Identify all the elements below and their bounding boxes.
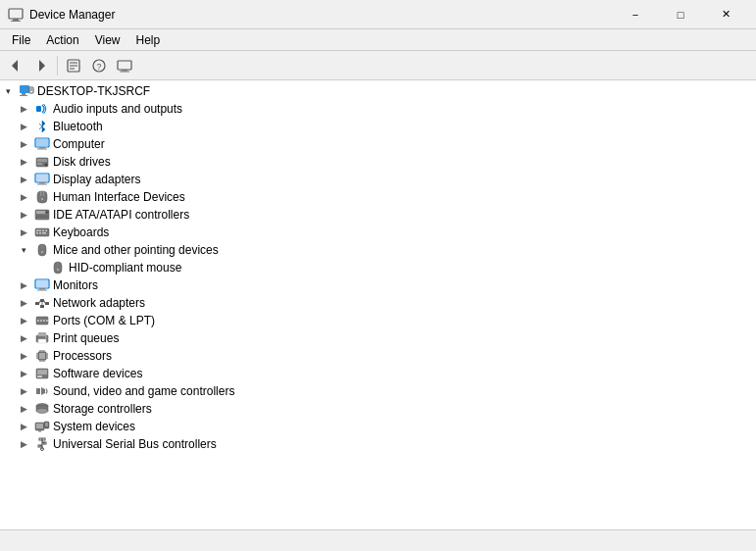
keyboard-label: Keyboards xyxy=(53,225,109,239)
svg-rect-93 xyxy=(37,370,47,375)
svg-rect-62 xyxy=(35,302,39,305)
device-tree[interactable]: ▾ DESKTOP-TKJSRCF ▶ xyxy=(0,80,756,529)
sound-expand[interactable]: ▶ xyxy=(16,383,31,399)
svg-rect-101 xyxy=(38,430,41,432)
tree-item-ports[interactable]: ▶ Ports (COM & LPT) xyxy=(0,312,756,329)
tree-item-display[interactable]: ▶ Display adapters xyxy=(0,171,756,188)
tree-item-software[interactable]: ▶ Software devices xyxy=(0,365,756,382)
tree-item-bluetooth[interactable]: ▶ Bluetooth xyxy=(0,118,756,135)
svg-rect-40 xyxy=(36,217,48,218)
tree-root[interactable]: ▾ DESKTOP-TKJSRCF xyxy=(0,82,756,100)
svg-text:?: ? xyxy=(96,62,101,72)
svg-rect-18 xyxy=(30,88,32,91)
svg-rect-65 xyxy=(40,305,44,308)
svg-rect-75 xyxy=(38,332,46,336)
svg-rect-39 xyxy=(36,216,48,217)
usb-expand[interactable]: ▶ xyxy=(16,436,31,452)
svg-rect-59 xyxy=(36,280,48,287)
help-button[interactable]: ? xyxy=(87,54,111,77)
tree-item-system[interactable]: ▶ System devices xyxy=(0,418,756,435)
tree-item-storage[interactable]: ▶ Storage controllers xyxy=(0,400,756,418)
menu-view[interactable]: View xyxy=(87,29,128,50)
svg-rect-64 xyxy=(45,302,49,305)
system-expand[interactable]: ▶ xyxy=(16,419,31,434)
audio-expand[interactable]: ▶ xyxy=(16,101,31,117)
svg-rect-23 xyxy=(37,149,47,150)
processors-expand[interactable]: ▶ xyxy=(16,348,31,364)
tree-item-print[interactable]: ▶ Print queues xyxy=(0,329,756,347)
monitors-icon xyxy=(34,277,50,293)
bluetooth-expand[interactable]: ▶ xyxy=(16,119,31,134)
root-label: DESKTOP-TKJSRCF xyxy=(37,84,150,98)
disk-expand[interactable]: ▶ xyxy=(16,154,31,170)
tree-item-sound[interactable]: ▶ Sound, video and game controllers xyxy=(0,382,756,400)
tree-item-ide[interactable]: ▶ IDE ATA/ATAPI controllers xyxy=(0,206,756,224)
computer-expand[interactable]: ▶ xyxy=(16,136,31,152)
ide-expand[interactable]: ▶ xyxy=(16,207,31,223)
processors-label: Processors xyxy=(53,349,112,363)
tree-item-audio[interactable]: ▶ Audio inputs and outputs xyxy=(0,100,756,118)
print-expand[interactable]: ▶ xyxy=(16,330,31,346)
ide-label: IDE ATA/ATAPI controllers xyxy=(53,208,189,222)
svg-rect-49 xyxy=(38,230,39,232)
tree-item-mice[interactable]: ▾ Mice and other pointing devices xyxy=(0,241,756,259)
network-expand[interactable]: ▶ xyxy=(16,295,31,311)
maximize-button[interactable]: □ xyxy=(658,0,703,29)
storage-icon xyxy=(34,401,50,417)
disk-label: Disk drives xyxy=(53,155,111,169)
computer-icon xyxy=(34,136,50,152)
tree-item-usb[interactable]: ▶ Universal Serial Bus controllers xyxy=(0,435,756,453)
properties-button[interactable] xyxy=(62,54,85,77)
svg-rect-30 xyxy=(39,182,45,184)
svg-point-38 xyxy=(46,211,49,214)
ports-expand[interactable]: ▶ xyxy=(16,313,31,328)
software-expand[interactable]: ▶ xyxy=(16,366,31,381)
display-label: Display adapters xyxy=(53,173,140,186)
system-label: System devices xyxy=(53,420,135,433)
menu-action[interactable]: Action xyxy=(38,29,86,50)
pc-icon xyxy=(19,83,34,99)
hid-expand[interactable]: ▶ xyxy=(16,189,31,205)
tree-item-monitors[interactable]: ▶ Monitors xyxy=(0,276,756,294)
display-expand[interactable]: ▶ xyxy=(16,172,31,187)
tree-item-computer[interactable]: ▶ Computer xyxy=(0,135,756,153)
audio-icon xyxy=(34,101,50,117)
close-button[interactable]: ✕ xyxy=(703,0,748,29)
mice-icon xyxy=(34,242,50,258)
window-controls: − □ ✕ xyxy=(613,0,748,29)
usb-label: Universal Serial Bus controllers xyxy=(53,437,217,451)
minimize-button[interactable]: − xyxy=(613,0,658,29)
back-button[interactable] xyxy=(4,54,27,77)
audio-label: Audio inputs and outputs xyxy=(53,102,182,116)
svg-rect-76 xyxy=(38,339,46,343)
menu-file[interactable]: File xyxy=(4,29,38,50)
forward-button[interactable] xyxy=(29,54,53,77)
svg-rect-94 xyxy=(37,376,42,377)
svg-point-71 xyxy=(40,320,42,322)
tree-item-keyboard[interactable]: ▶ Keyboards xyxy=(0,224,756,241)
svg-marker-4 xyxy=(39,60,45,72)
scan-button[interactable] xyxy=(113,54,136,77)
mice-expand[interactable]: ▾ xyxy=(16,242,31,258)
tree-item-disk[interactable]: ▶ Disk drives xyxy=(0,153,756,171)
svg-point-98 xyxy=(36,409,48,414)
main-panel: ▾ DESKTOP-TKJSRCF ▶ xyxy=(0,80,756,529)
tree-item-hid-mouse[interactable]: HID-compliant mouse xyxy=(0,259,756,276)
menu-help[interactable]: Help xyxy=(128,29,169,50)
hid-label: Human Interface Devices xyxy=(53,190,185,204)
storage-expand[interactable]: ▶ xyxy=(16,401,31,417)
svg-rect-47 xyxy=(39,232,41,234)
monitors-expand[interactable]: ▶ xyxy=(16,277,31,293)
tree-item-processors[interactable]: ▶ Proces xyxy=(0,347,756,365)
svg-rect-22 xyxy=(39,147,45,149)
tree-item-network[interactable]: ▶ Network adapters xyxy=(0,294,756,312)
software-label: Software devices xyxy=(53,367,142,380)
tree-item-hid[interactable]: ▶ Human Interface Devices xyxy=(0,188,756,206)
bluetooth-icon xyxy=(34,119,50,134)
svg-rect-31 xyxy=(37,184,47,185)
svg-marker-3 xyxy=(12,60,18,72)
svg-point-35 xyxy=(41,198,43,200)
keyboard-expand[interactable]: ▶ xyxy=(16,225,31,240)
computer-label: Computer xyxy=(53,137,105,151)
root-expand-arrow[interactable]: ▾ xyxy=(0,83,16,99)
